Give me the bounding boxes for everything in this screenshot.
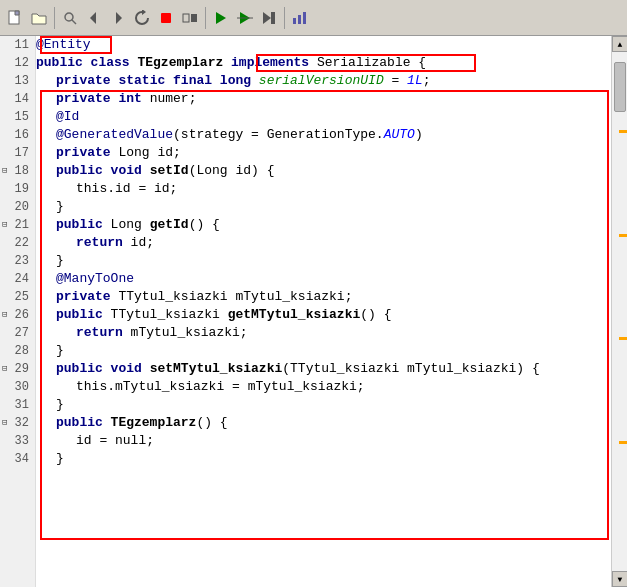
stop-btn[interactable] <box>155 7 177 29</box>
fold-icon-21[interactable]: ⊟ <box>2 216 7 234</box>
scroll-marker-2 <box>619 234 627 237</box>
line-num-14: 14 <box>0 90 35 108</box>
scroll-up-arrow[interactable]: ▲ <box>612 36 627 52</box>
scrollbar-thumb[interactable] <box>614 62 626 112</box>
code-content[interactable]: @Entity public class TEgzemplarz impleme… <box>36 36 611 587</box>
svg-rect-11 <box>271 12 275 24</box>
line-numbers: 11 12 13 14 15 16 17 ⊟18 19 20 ⊟21 22 23… <box>0 36 36 587</box>
svg-rect-6 <box>183 14 189 22</box>
line-num-33: 33 <box>0 432 35 450</box>
scroll-marker-1 <box>619 130 627 133</box>
svg-rect-5 <box>161 13 171 23</box>
svg-marker-12 <box>263 12 271 24</box>
vertical-scrollbar[interactable]: ▲ ▼ <box>611 36 627 587</box>
code-line-15: @Id <box>36 108 611 126</box>
code-line-32: public TEgzemplarz() { <box>36 414 611 432</box>
line-num-18: ⊟18 <box>0 162 35 180</box>
run-btn[interactable] <box>210 7 232 29</box>
fold-icon-26[interactable]: ⊟ <box>2 306 7 324</box>
code-line-24: @ManyToOne <box>36 270 611 288</box>
code-line-33: id = null; <box>36 432 611 450</box>
step-btn[interactable] <box>258 7 280 29</box>
code-line-17: private Long id; <box>36 144 611 162</box>
sep1 <box>54 7 55 29</box>
code-line-22: return id; <box>36 234 611 252</box>
fold-icon-29[interactable]: ⊟ <box>2 360 7 378</box>
line-num-34: 34 <box>0 450 35 468</box>
line-num-32: ⊟32 <box>0 414 35 432</box>
line-num-13: 13 <box>0 72 35 90</box>
line-num-20: 20 <box>0 198 35 216</box>
code-line-14: private int numer; <box>36 90 611 108</box>
code-line-23: } <box>36 252 611 270</box>
code-line-31: } <box>36 396 611 414</box>
line-num-31: 31 <box>0 396 35 414</box>
fold-icon-18[interactable]: ⊟ <box>2 162 7 180</box>
line-num-22: 22 <box>0 234 35 252</box>
fold-icon-32[interactable]: ⊟ <box>2 414 7 432</box>
line-num-25: 25 <box>0 288 35 306</box>
code-line-16: @GeneratedValue(strategy = GenerationTyp… <box>36 126 611 144</box>
svg-point-1 <box>65 13 73 21</box>
svg-rect-7 <box>191 14 197 22</box>
open-folder-btn[interactable] <box>28 7 50 29</box>
debug-btn[interactable] <box>234 7 256 29</box>
toggle-btn[interactable] <box>179 7 201 29</box>
reload-btn[interactable] <box>131 7 153 29</box>
code-line-26: public TTytul_ksiazki getMTytul_ksiazki(… <box>36 306 611 324</box>
code-line-19: this.id = id; <box>36 180 611 198</box>
chart-btn[interactable] <box>289 7 311 29</box>
code-line-29: public void setMTytul_ksiazki(TTytul_ksi… <box>36 360 611 378</box>
svg-marker-3 <box>90 12 96 24</box>
line-num-28: 28 <box>0 342 35 360</box>
scroll-marker-3 <box>619 337 627 340</box>
line-num-26: ⊟26 <box>0 306 35 324</box>
svg-marker-4 <box>116 12 122 24</box>
line-num-11: 11 <box>0 36 35 54</box>
line-num-27: 27 <box>0 324 35 342</box>
code-line-27: return mTytul_ksiazki; <box>36 324 611 342</box>
search-btn[interactable] <box>59 7 81 29</box>
code-line-13: private static final long serialVersionU… <box>36 72 611 90</box>
code-line-21: public Long getId() { <box>36 216 611 234</box>
code-line-11: @Entity <box>36 36 611 54</box>
svg-marker-8 <box>216 12 226 24</box>
annotation-entity: @Entity <box>36 36 91 54</box>
line-num-21: ⊟21 <box>0 216 35 234</box>
scroll-down-arrow[interactable]: ▼ <box>612 571 627 587</box>
editor-container: 11 12 13 14 15 16 17 ⊟18 19 20 ⊟21 22 23… <box>0 36 627 587</box>
sep3 <box>284 7 285 29</box>
sep2 <box>205 7 206 29</box>
line-num-15: 15 <box>0 108 35 126</box>
new-file-btn[interactable] <box>4 7 26 29</box>
line-num-29: ⊟29 <box>0 360 35 378</box>
line-num-12: 12 <box>0 54 35 72</box>
code-line-12: public class TEgzemplarz implements Seri… <box>36 54 611 72</box>
code-line-20: } <box>36 198 611 216</box>
code-line-28: } <box>36 342 611 360</box>
code-line-34: } <box>36 450 611 468</box>
line-num-30: 30 <box>0 378 35 396</box>
toolbar <box>0 0 627 36</box>
svg-rect-13 <box>293 18 296 24</box>
back-btn[interactable] <box>83 7 105 29</box>
line-num-16: 16 <box>0 126 35 144</box>
app-window: 11 12 13 14 15 16 17 ⊟18 19 20 ⊟21 22 23… <box>0 0 627 587</box>
code-line-25: private TTytul_ksiazki mTytul_ksiazki; <box>36 288 611 306</box>
line-num-19: 19 <box>0 180 35 198</box>
svg-line-2 <box>72 20 76 24</box>
code-line-18: public void setId(Long id) { <box>36 162 611 180</box>
line-num-17: 17 <box>0 144 35 162</box>
forward-btn[interactable] <box>107 7 129 29</box>
code-line-30: this.mTytul_ksiazki = mTytul_ksiazki; <box>36 378 611 396</box>
svg-rect-15 <box>303 12 306 24</box>
scroll-marker-4 <box>619 441 627 444</box>
line-num-24: 24 <box>0 270 35 288</box>
svg-rect-14 <box>298 15 301 24</box>
line-num-23: 23 <box>0 252 35 270</box>
